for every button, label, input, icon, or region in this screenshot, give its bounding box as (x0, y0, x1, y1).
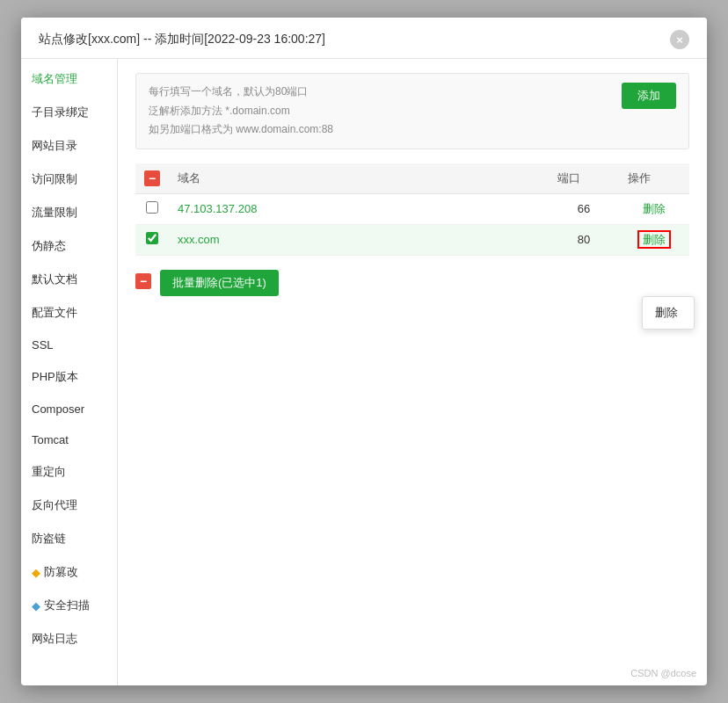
sidebar-item-label-ssl: SSL (32, 338, 54, 352)
sidebar-item-config[interactable]: 配置文件 (21, 296, 117, 330)
sidebar-item-label-proxy: 反向代理 (32, 497, 77, 513)
sidebar-item-pseudo[interactable]: 伪静态 (21, 229, 117, 263)
watermark: CSDN @dcose (630, 668, 696, 678)
dialog-header: 站点修改[xxx.com] -- 添加时间[2022-09-23 16:00:2… (21, 18, 707, 59)
domain-link-2[interactable]: xxx.com (178, 233, 220, 246)
sidebar-item-sitelog[interactable]: 网站日志 (21, 622, 117, 656)
sidebar-item-label-tamper: 防篡改 (44, 564, 78, 580)
sidebar-item-label-webdir: 网站目录 (32, 138, 77, 154)
sidebar-item-composer[interactable]: Composer (21, 394, 117, 424)
diamond-blue-icon: ◆ (32, 599, 40, 612)
hint-box: 每行填写一个域名，默认为80端口 泛解析添加方法 *.domain.com 如另… (135, 73, 689, 149)
sidebar-item-label-subdir: 子目录绑定 (32, 105, 89, 120)
main-content: 每行填写一个域名，默认为80端口 泛解析添加方法 *.domain.com 如另… (118, 59, 707, 685)
port-cell-1: 66 (549, 193, 619, 224)
sidebar-item-tomcat[interactable]: Tomcat (21, 424, 117, 455)
port-cell-2: 80 (549, 224, 619, 255)
sidebar-item-ssl[interactable]: SSL (21, 330, 117, 360)
sidebar-item-label-composer: Composer (32, 402, 84, 416)
table-row: 47.103.137.20866删除 (135, 193, 689, 224)
context-menu-delete[interactable]: 删除 (643, 301, 694, 325)
delete-link-2[interactable]: 删除 (637, 230, 671, 249)
sidebar-item-label-tomcat: Tomcat (32, 433, 69, 446)
sidebar-item-redirect[interactable]: 重定向 (21, 455, 117, 489)
sidebar-item-label-hotlink: 防盗链 (32, 531, 66, 547)
batch-minus-icon[interactable]: − (135, 273, 151, 289)
dialog: 站点修改[xxx.com] -- 添加时间[2022-09-23 16:00:2… (21, 18, 707, 685)
sidebar-item-webdir[interactable]: 网站目录 (21, 129, 117, 163)
domain-table: − 域名 端口 操作 47.103.137.20866删除xxx.com80删除 (135, 163, 689, 256)
hint-text: 每行填写一个域名，默认为80端口 泛解析添加方法 *.domain.com 如另… (149, 83, 608, 140)
row-checkbox-1[interactable] (146, 201, 158, 214)
sidebar-item-label-flow: 流量限制 (32, 205, 77, 221)
sidebar-item-label-php: PHP版本 (32, 369, 78, 385)
sidebar-item-tamper[interactable]: ◆防篡改 (21, 555, 117, 589)
row-checkbox-2[interactable] (146, 232, 158, 244)
sidebar-item-proxy[interactable]: 反向代理 (21, 489, 117, 522)
dialog-body: 域名管理子目录绑定网站目录访问限制流量限制伪静态默认文档配置文件SSLPHP版本… (21, 59, 707, 685)
sidebar-item-access[interactable]: 访问限制 (21, 163, 117, 196)
hint-line3: 如另加端口格式为 www.domain.com:88 (149, 120, 608, 140)
hint-line2: 泛解析添加方法 *.domain.com (149, 102, 608, 121)
sidebar-item-label-redirect: 重定向 (32, 464, 66, 480)
sidebar-item-label-access: 访问限制 (32, 171, 77, 187)
deselect-all-icon[interactable]: − (144, 170, 160, 186)
th-checkbox: − (135, 163, 169, 194)
batch-delete-button[interactable]: 批量删除(已选中1) (160, 270, 279, 296)
batch-row: − 批量删除(已选中1) (135, 266, 689, 296)
sidebar-item-default[interactable]: 默认文档 (21, 263, 117, 296)
sidebar-item-php[interactable]: PHP版本 (21, 360, 117, 394)
sidebar-item-hotlink[interactable]: 防盗链 (21, 522, 117, 555)
dialog-title: 站点修改[xxx.com] -- 添加时间[2022-09-23 16:00:2… (39, 32, 325, 47)
table-header-row: − 域名 端口 操作 (135, 163, 689, 194)
sidebar-item-domain[interactable]: 域名管理 (21, 62, 117, 96)
context-menu: 删除 (642, 296, 695, 330)
sidebar-item-label-domain: 域名管理 (32, 71, 77, 87)
add-domain-button[interactable]: 添加 (622, 83, 676, 109)
sidebar-item-scan[interactable]: ◆安全扫描 (21, 589, 117, 622)
sidebar-item-flow[interactable]: 流量限制 (21, 196, 117, 229)
domain-link-1[interactable]: 47.103.137.208 (178, 202, 257, 215)
th-port: 端口 (549, 163, 619, 194)
diamond-yellow-icon: ◆ (32, 566, 40, 579)
sidebar-item-label-scan: 安全扫描 (44, 598, 90, 613)
sidebar-item-subdir[interactable]: 子目录绑定 (21, 96, 117, 129)
sidebar-item-label-config: 配置文件 (32, 305, 77, 321)
sidebar-item-label-sitelog: 网站日志 (32, 631, 77, 647)
sidebar: 域名管理子目录绑定网站目录访问限制流量限制伪静态默认文档配置文件SSLPHP版本… (21, 59, 118, 685)
hint-line1: 每行填写一个域名，默认为80端口 (149, 83, 608, 102)
table-row: xxx.com80删除 (135, 224, 689, 255)
close-button[interactable]: × (670, 30, 689, 49)
delete-link-1[interactable]: 删除 (643, 202, 666, 215)
th-action: 操作 (619, 163, 689, 194)
th-domain: 域名 (169, 163, 549, 194)
sidebar-item-label-default: 默认文档 (32, 272, 77, 287)
sidebar-item-label-pseudo: 伪静态 (32, 238, 66, 254)
